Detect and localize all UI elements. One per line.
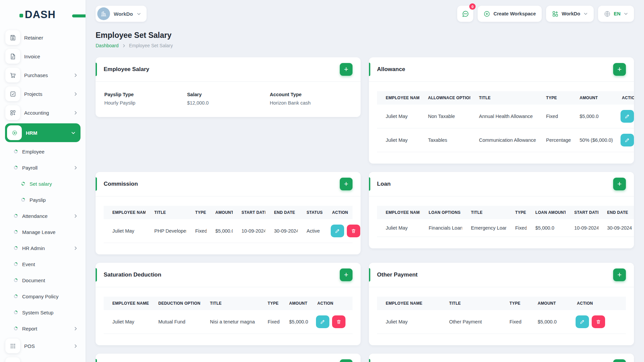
divider (369, 287, 634, 287)
table-row: Juliet MayMutual FundNisi a tenetur magn… (104, 310, 353, 334)
card-header: Employee Salary + (96, 57, 361, 81)
chevron-right-icon (122, 44, 126, 48)
sidebar-item-payslip[interactable]: Payslip (0, 192, 86, 208)
card-loan: Loan + EMPLOYEE NAMELOAN OPTIONSTITLETYP… (369, 172, 634, 248)
sidebar-item-label: Payroll (22, 165, 38, 171)
workdo-menu-button[interactable]: WorkDo (546, 6, 594, 22)
sidebar-item-label: HRM (26, 130, 37, 136)
add-allowance-button[interactable]: + (613, 63, 626, 76)
accent-bar (96, 359, 97, 362)
add-company-contribution-button[interactable]: + (613, 359, 626, 362)
chevron-right-icon (73, 344, 78, 349)
sidebar-item-crm[interactable]: CRM (0, 355, 86, 362)
chat-icon (462, 10, 469, 18)
sidebar-item-pos[interactable]: POS (0, 337, 86, 355)
sidebar-item-label: Retainer (24, 35, 43, 41)
projects-icon (5, 86, 20, 101)
add-employee-salary-button[interactable]: + (340, 63, 353, 76)
invoice-icon (5, 49, 20, 64)
add-loan-button[interactable]: + (613, 178, 626, 190)
sidebar-item-document[interactable]: Document (0, 272, 86, 288)
edit-button[interactable] (576, 315, 589, 328)
sidebar-item-payroll[interactable]: Payroll (0, 160, 86, 176)
workspace-selector[interactable]: WorkDo (96, 6, 147, 22)
sidebar-item-employee[interactable]: Employee (0, 143, 86, 160)
trash-icon (351, 228, 356, 234)
chevron-down-icon (137, 11, 141, 16)
field-label: Account Type (270, 92, 353, 97)
add-other-payment-button[interactable]: + (613, 268, 626, 281)
create-workspace-button[interactable]: Create Workspace (478, 6, 541, 22)
table-cell: Juliet May (377, 105, 419, 128)
add-overtime-button[interactable]: + (340, 359, 353, 362)
sidebar-item-accounting[interactable]: Accounting (0, 103, 86, 122)
add-saturation-deduction-button[interactable]: + (340, 268, 353, 281)
chevron-right-icon (73, 214, 78, 219)
sidebar-item-label: POS (24, 343, 35, 349)
table-cell: PHP Developer (146, 219, 186, 243)
add-commission-button[interactable]: + (340, 178, 353, 190)
pencil-icon (335, 228, 340, 234)
card-title: Saturation Deduction (104, 272, 161, 278)
sidebar-item-hr-admin[interactable]: HR Admin (0, 240, 86, 256)
sidebar-item-label: Employee (22, 149, 45, 155)
field-value: Horizon Bank cash (270, 100, 353, 106)
card-saturation-deduction: Saturation Deduction + EMPLOYEE NAMEDEDU… (96, 263, 361, 345)
delete-button[interactable] (332, 315, 345, 328)
chevron-down-icon (71, 130, 76, 135)
breadcrumb-dashboard-link[interactable]: Dashboard (96, 43, 119, 48)
sidebar-item-label: HR Admin (22, 245, 45, 251)
table-row: Juliet MayFinancials LoanEmergency LoanF… (377, 219, 634, 237)
table-header-row: EMPLOYEE NAMETITLETYPEAMOUNTSTART DATEEN… (104, 206, 353, 219)
pencil-icon (625, 137, 630, 143)
column-header: END DATE (598, 206, 634, 219)
delete-button[interactable] (347, 225, 360, 237)
edit-button[interactable] (316, 315, 329, 328)
table-row: Juliet MayTaxablesCommunication Allowanc… (377, 128, 634, 152)
messages-button[interactable]: 0 (457, 6, 473, 22)
column-header: TYPE (537, 91, 571, 105)
sidebar-item-retainer[interactable]: Retainer (0, 28, 86, 47)
sidebar-item-company-policy[interactable]: Company Policy (0, 288, 86, 304)
table-cell-actions (323, 219, 353, 243)
plus-circle-icon (483, 10, 490, 17)
card-title: Loan (377, 181, 391, 187)
building-icon (100, 10, 107, 17)
sidebar-item-set-salary[interactable]: Set salary (0, 176, 86, 192)
sidebar-item-report[interactable]: Report (0, 320, 86, 337)
sidebar-item-label: Manage Leave (22, 229, 55, 235)
edit-button[interactable] (621, 134, 634, 146)
table-cell: 50% ($6,000.0) (571, 128, 613, 152)
accent-bar (96, 268, 97, 282)
topbar-actions: 0 Create Workspace WorkDo EN (457, 6, 634, 22)
sidebar-item-purchases[interactable]: Purchases (0, 66, 86, 84)
table-cell: Communication Allowance (470, 128, 537, 152)
chevron-down-icon (583, 11, 588, 16)
sidebar-item-event[interactable]: Event (0, 256, 86, 272)
language-selector[interactable]: EN (598, 6, 634, 22)
topbar: WorkDo 0 Create Workspace WorkDo EN (96, 0, 634, 25)
app-logo[interactable]: DASH (19, 9, 86, 21)
column-header: START DATE (566, 206, 598, 219)
sidebar-item-manage-leave[interactable]: Manage Leave (0, 224, 86, 240)
sidebar-item-invoice[interactable]: Invoice (0, 47, 86, 66)
grid-plus-icon (552, 10, 559, 17)
bullet-icon (13, 246, 18, 250)
delete-button[interactable] (592, 315, 605, 328)
accent-bar (369, 177, 370, 191)
table-row: Juliet MayPHP DeveloperFixed$5,000.010-0… (104, 219, 353, 243)
sidebar-item-hrm[interactable]: HRM (5, 123, 80, 142)
bullet-icon (21, 181, 25, 186)
table-header-row: EMPLOYEE NAMEDEDUCTION OPTIONTITLETYPEAM… (104, 297, 353, 310)
sidebar-item-system-setup[interactable]: System Setup (0, 304, 86, 320)
sidebar-item-projects[interactable]: Projects (0, 84, 86, 103)
table-cell: Percentage (537, 128, 571, 152)
edit-button[interactable] (621, 110, 634, 123)
sidebar-item-label: System Setup (22, 310, 53, 315)
sidebar-item-label: Company Policy (22, 294, 58, 299)
edit-button[interactable] (331, 225, 344, 237)
table-cell-actions (613, 128, 634, 152)
card-header: Loan + (369, 172, 634, 196)
table-cell-actions (613, 105, 634, 128)
sidebar-item-attendance[interactable]: Attendance (0, 208, 86, 224)
